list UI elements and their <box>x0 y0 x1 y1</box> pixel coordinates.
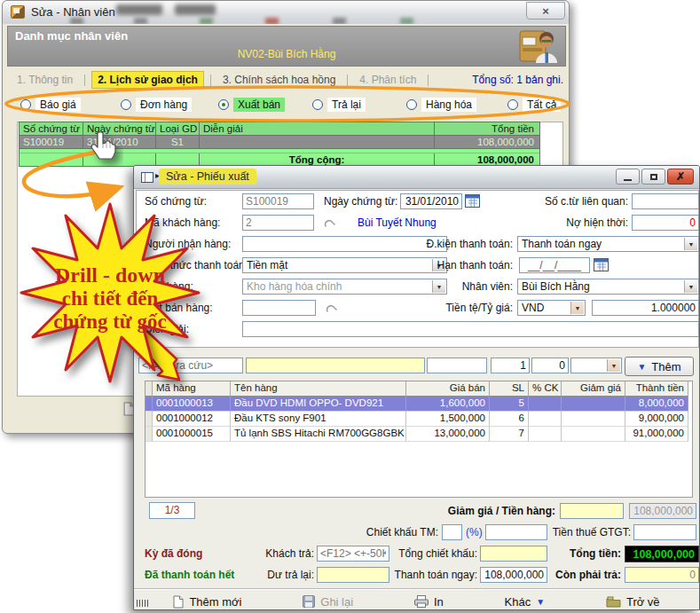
in-button[interactable]: In <box>414 595 444 609</box>
discount-input[interactable] <box>531 358 569 373</box>
tro-ve-label: Trở về <box>626 595 660 609</box>
table-row[interactable]: 0001000013 Đầu DVD HDMI OPPO- DVD921 1,6… <box>146 397 692 412</box>
grid-header-row: Số chứng từ Ngày chứng từ Loại GD Diễn g… <box>20 122 539 136</box>
maximize-button[interactable] <box>641 169 665 185</box>
add-item-button[interactable]: ▼Thêm <box>625 357 694 376</box>
nguoi-nhan-hang-field[interactable] <box>242 236 447 252</box>
col-sl[interactable]: SL <box>490 381 529 397</box>
tab-lich-su-giao-dich[interactable]: 2. Lịch sử giao dịch <box>91 71 204 89</box>
col-so-chung-tu[interactable]: Số chứng từ <box>20 122 83 135</box>
tab-separator <box>84 75 85 86</box>
exchange-rate-field[interactable] <box>592 300 699 316</box>
dien-giai-field[interactable] <box>242 321 699 337</box>
dk-thanh-toan-dropdown[interactable]: Thanh toán ngay▼ <box>517 236 699 252</box>
tong-chiet-khau-field[interactable] <box>480 546 547 562</box>
tro-ve-button[interactable]: Trở về <box>606 595 660 609</box>
du-tra-lai-field[interactable] <box>317 567 389 583</box>
pager-indicator: 1/3 <box>149 502 195 519</box>
tab-phan-tich[interactable]: 4. Phân tích <box>354 72 421 88</box>
thanh-toan-ngay-label: Thanh toán ngay: <box>392 569 477 581</box>
table-row[interactable]: S100019 31/01/2010 S1 108,000,000 <box>20 136 539 149</box>
filter-don-hang[interactable]: Đơn hàng <box>121 97 192 113</box>
radio-icon[interactable] <box>312 99 323 110</box>
nhan-vien-dropdown[interactable]: Bùi Bích Hằng▼ <box>517 279 699 295</box>
ma-khach-hang-field[interactable] <box>242 215 314 231</box>
ghi-lai-button[interactable]: Ghi lại <box>303 595 353 609</box>
tab-thong-tin[interactable]: 1. Thông tin <box>12 72 78 88</box>
col-dien-giai[interactable]: Diễn giải <box>200 122 435 135</box>
tien-thue-field[interactable] <box>633 524 696 540</box>
col-tong-tien[interactable]: Tổng tiền <box>435 122 538 135</box>
cell-so-ct[interactable]: S100019 <box>20 136 83 148</box>
kho-hang-dropdown[interactable]: Kho hàng hóa chính▼ <box>242 279 447 295</box>
tien-hang-field[interactable] <box>629 503 696 519</box>
con-phai-tra-field[interactable] <box>625 567 699 583</box>
lookup-link-icon[interactable] <box>323 216 337 229</box>
filter-label: Tất cả <box>523 98 561 112</box>
page-title: Danh mục nhân viên <box>15 29 128 43</box>
col-ck[interactable]: % CK <box>529 381 562 397</box>
filter-tra-lai[interactable]: Trả lại <box>312 97 366 113</box>
radio-icon[interactable] <box>507 99 518 110</box>
col-thanh-tien[interactable]: Thành tiền <box>625 381 688 397</box>
bg-window-titlebar[interactable]: Sửa - Nhân viên × <box>3 1 569 24</box>
chevron-down-icon[interactable]: ▼ <box>607 359 620 372</box>
cell-loai[interactable]: S1 <box>156 136 200 148</box>
calendar-icon[interactable] <box>594 258 609 271</box>
unit-dropdown[interactable]: ▼ <box>570 358 622 373</box>
ngay-chung-tu-field[interactable] <box>400 193 462 209</box>
chiet-khau-percent-field[interactable] <box>442 524 462 540</box>
close-button[interactable]: ✗ <box>667 169 694 185</box>
them-moi-button[interactable]: Thêm mới <box>173 595 241 609</box>
col-ma-hang[interactable]: Mã hàng <box>153 381 231 397</box>
ma-khach-hang-label: Mã khách hàng: <box>145 216 220 231</box>
so-chung-tu-field[interactable] <box>242 193 314 209</box>
chevron-down-icon[interactable]: ▼ <box>570 302 584 314</box>
col-loai-gd[interactable]: Loại GD <box>156 122 200 135</box>
resize-grip[interactable] <box>137 600 149 607</box>
filter-tat-ca[interactable]: Tất cả <box>507 97 561 113</box>
record-count: Tổng số: 1 bản ghi. <box>472 74 563 86</box>
radio-icon[interactable] <box>406 99 417 110</box>
col-gia-ban[interactable]: Giá bán <box>406 381 490 397</box>
chevron-down-icon[interactable]: ▼ <box>684 238 697 250</box>
radio-selected-icon[interactable] <box>218 99 229 110</box>
table-row[interactable]: 0001000012 Đầu KTS sony F901 1,500,000 6… <box>146 412 692 427</box>
no-hien-thoi-field[interactable] <box>632 215 699 231</box>
item-lookup-input[interactable] <box>138 358 243 373</box>
bg-close-button[interactable]: × <box>526 2 565 20</box>
col-ngay-chung-tu[interactable]: Ngày chứng từ <box>83 122 156 135</box>
table-row[interactable]: 0001000015 Tủ lạnh SBS Hitachi RM700GG8G… <box>146 427 692 442</box>
khac-button[interactable]: Khác ▼ <box>505 595 546 609</box>
radio-icon[interactable] <box>20 99 31 110</box>
khach-tra-field[interactable] <box>317 546 389 562</box>
fg-window-titlebar[interactable]: Sửa - Phiếu xuất ✗ <box>134 166 699 189</box>
so-ct-lien-quan-field[interactable] <box>632 193 699 209</box>
hinh-thuc-tt-dropdown[interactable]: Tiền mặt▼ <box>242 257 447 273</box>
cell-ngay[interactable]: 31/01/2010 <box>83 136 156 148</box>
col-ten-hang[interactable]: Tên hàng <box>231 381 406 397</box>
filter-hang-hoa[interactable]: Hàng hóa <box>406 97 476 113</box>
chevron-down-icon[interactable]: ▼ <box>684 280 697 293</box>
dot-ban-hang-field[interactable] <box>242 300 316 316</box>
minimize-button[interactable] <box>616 169 640 185</box>
customer-name: Bùi Tuyết Nhung <box>358 216 437 229</box>
item-price-input[interactable] <box>427 358 487 373</box>
cell-tong[interactable]: 108,000,000 <box>435 136 538 148</box>
cell-dien-giai[interactable] <box>200 136 435 148</box>
han-thanh-toan-field[interactable] <box>519 257 590 273</box>
col-giam-gia[interactable]: Giảm giá <box>562 381 625 397</box>
chiet-khau-amount-field[interactable] <box>485 524 547 540</box>
quantity-input[interactable] <box>491 358 530 373</box>
filter-xuat-ban[interactable]: Xuất bán <box>218 97 285 113</box>
lookup-link-icon[interactable] <box>325 302 339 314</box>
item-name-input[interactable] <box>246 358 425 373</box>
currency-dropdown[interactable]: VND▼ <box>517 300 586 316</box>
tab-chinh-sach-hoa-hong[interactable]: 3. Chính sách hoa hồng <box>217 72 341 88</box>
hinh-thuc-tt-value: Tiền mặt <box>247 259 287 271</box>
radio-icon[interactable] <box>121 99 131 110</box>
thanh-toan-ngay-field[interactable] <box>480 567 547 583</box>
calendar-icon[interactable] <box>465 194 480 208</box>
giam-gia-field[interactable] <box>560 503 624 519</box>
filter-bao-gia[interactable]: Báo giá <box>20 97 81 113</box>
